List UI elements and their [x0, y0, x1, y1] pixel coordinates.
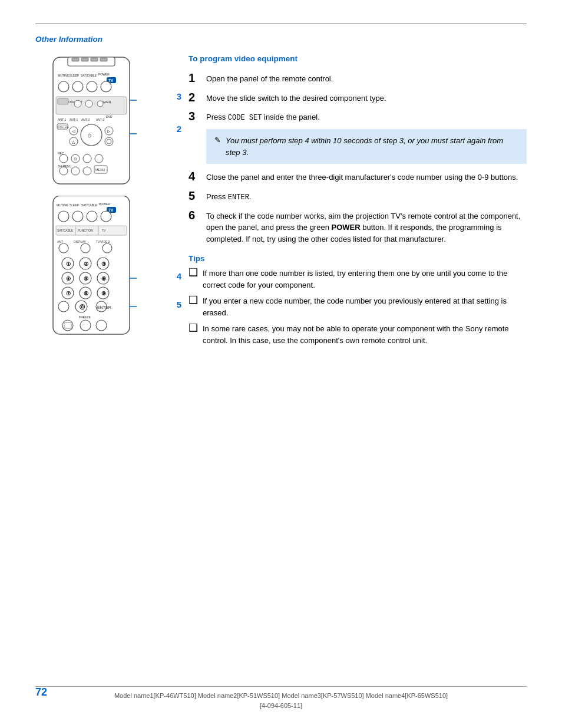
svg-text:ANT-1: ANT-1 — [58, 118, 66, 121]
svg-point-41 — [59, 154, 68, 163]
svg-rect-4 — [91, 58, 98, 61]
step-1-number: 1 — [189, 71, 201, 84]
svg-point-64 — [101, 211, 111, 222]
tip-text-3: In some rare cases, you may not be able … — [203, 323, 527, 346]
note-icon: ✎ — [214, 136, 221, 144]
svg-point-47 — [59, 167, 68, 175]
step-6: 6 To check if the code number works, aim… — [189, 209, 527, 245]
svg-point-61 — [58, 211, 69, 222]
content-area: MUTING SLEEP SAT/CABLE POWER TV CODE SET — [35, 54, 527, 351]
svg-text:SLEEP: SLEEP — [70, 203, 80, 207]
step-2: 2 Move the slide switch to the desired c… — [189, 91, 527, 104]
svg-text:DVD: DVD — [106, 115, 113, 118]
svg-text:ANT-1: ANT-1 — [70, 118, 78, 121]
step-4-text: Close the panel and enter the three-digi… — [206, 170, 518, 183]
callout-2: 2 — [177, 124, 181, 134]
svg-rect-19 — [58, 98, 68, 104]
svg-text:⑧: ⑧ — [84, 291, 88, 297]
svg-text:③: ③ — [101, 261, 106, 267]
svg-point-95 — [58, 301, 69, 312]
remote-bottom-svg: MUTING SLEEP SAT/CABLE POWER TV SAT/CABL… — [35, 196, 153, 337]
svg-point-14 — [87, 81, 97, 92]
svg-point-21 — [85, 100, 92, 107]
svg-text:④: ④ — [66, 276, 71, 282]
footer-line1: Model name1[KP-46WT510] Model name2[KP-5… — [114, 692, 448, 699]
step-6-number: 6 — [189, 209, 201, 222]
step-1-text: Open the panel of the remote control. — [206, 71, 333, 85]
step-1: 1 Open the panel of the remote control. — [189, 71, 527, 85]
svg-point-45 — [95, 154, 103, 163]
step-4-number: 4 — [189, 170, 201, 183]
step-2-text: Move the slide switch to the desired com… — [206, 91, 386, 104]
tip-bullet-1: ❑ — [189, 266, 198, 279]
svg-text:SAT/CABLE: SAT/CABLE — [81, 74, 97, 77]
tips-section: Tips ❑ If more than one code number is l… — [189, 254, 527, 346]
note-box: ✎ You must perform step 4 within 10 seco… — [206, 129, 527, 164]
svg-text:⑨: ⑨ — [101, 291, 106, 297]
svg-text:MENU: MENU — [95, 168, 105, 172]
footer-text: Model name1[KP-46WT510] Model name2[KP-5… — [0, 691, 562, 711]
svg-text:⓪: ⓪ — [80, 304, 85, 310]
tip-bullet-3: ❑ — [189, 322, 198, 335]
tip-text-1: If more than one code number is listed, … — [203, 268, 527, 291]
remote-top-wrapper: MUTING SLEEP SAT/CABLE POWER TV CODE SET — [35, 54, 171, 190]
svg-text:⊙: ⊙ — [87, 133, 92, 139]
svg-text:⊙: ⊙ — [74, 157, 77, 161]
step-5-text: Press ENTER. — [206, 189, 251, 203]
svg-rect-3 — [81, 58, 88, 61]
svg-rect-102 — [64, 322, 71, 328]
svg-text:⑦: ⑦ — [66, 291, 71, 297]
tip-bullet-2: ❑ — [189, 294, 198, 307]
tips-title: Tips — [189, 254, 527, 263]
svg-text:MUTING: MUTING — [58, 74, 70, 77]
svg-point-49 — [83, 167, 91, 175]
svg-point-74 — [59, 243, 68, 253]
svg-point-12 — [58, 81, 69, 92]
svg-text:TV: TV — [108, 208, 114, 212]
right-column: To program video equipment 1 Open the pa… — [189, 54, 527, 351]
step-4: 4 Close the panel and enter the three-di… — [189, 170, 527, 183]
top-rule — [35, 24, 527, 24]
svg-text:FUNCTION: FUNCTION — [78, 229, 93, 232]
tip-item-2: ❑ If you enter a new code number, the co… — [189, 295, 527, 318]
callout-5: 5 — [177, 299, 181, 309]
svg-text:DISPLAY: DISPLAY — [74, 240, 86, 243]
svg-point-104 — [96, 320, 107, 331]
svg-text:SLEEP: SLEEP — [70, 74, 80, 77]
svg-point-13 — [72, 81, 83, 92]
step-2-number: 2 — [189, 91, 201, 104]
svg-text:SAT/CABLE: SAT/CABLE — [57, 229, 74, 232]
step-3-number: 3 — [189, 110, 201, 123]
svg-text:TV: TV — [108, 78, 114, 83]
note-box-item: ✎ You must perform step 4 within 10 seco… — [189, 129, 527, 164]
svg-rect-2 — [72, 58, 79, 61]
svg-point-103 — [80, 320, 91, 331]
svg-text:ANT: ANT — [57, 240, 63, 243]
svg-text:ANT-2: ANT-2 — [81, 118, 90, 121]
svg-text:①: ① — [66, 261, 71, 267]
svg-point-76 — [103, 243, 112, 253]
svg-text:POWER: POWER — [98, 73, 110, 76]
step-5: 5 Press ENTER. — [189, 189, 527, 203]
footer-line2: [4-094-605-11] — [260, 702, 302, 709]
step-3-text: Press CODE SET inside the panel. — [206, 110, 320, 123]
svg-point-44 — [83, 154, 91, 163]
svg-text:SAT/CABLE: SAT/CABLE — [81, 203, 98, 207]
svg-text:⑤: ⑤ — [84, 276, 88, 282]
svg-point-20 — [74, 100, 81, 107]
tip-text-2: If you enter a new code number, the code… — [203, 295, 527, 318]
svg-text:②: ② — [84, 261, 88, 267]
step-3: 3 Press CODE SET inside the panel. — [189, 110, 527, 123]
bottom-rule — [35, 686, 527, 687]
callout-3: 3 — [177, 91, 181, 101]
steps-list: 1 Open the panel of the remote control. … — [189, 71, 527, 245]
subsection-title: To program video equipment — [189, 54, 527, 63]
svg-point-63 — [87, 211, 97, 222]
tip-item-1: ❑ If more than one code number is listed… — [189, 268, 527, 291]
svg-text:POWER: POWER — [99, 202, 110, 206]
tips-list: ❑ If more than one code number is listed… — [189, 268, 527, 346]
svg-text:⑥: ⑥ — [101, 276, 106, 282]
svg-point-15 — [101, 81, 111, 92]
step-6-text: To check if the code number works, aim t… — [206, 209, 527, 245]
svg-text:ENTER: ENTER — [97, 305, 111, 309]
